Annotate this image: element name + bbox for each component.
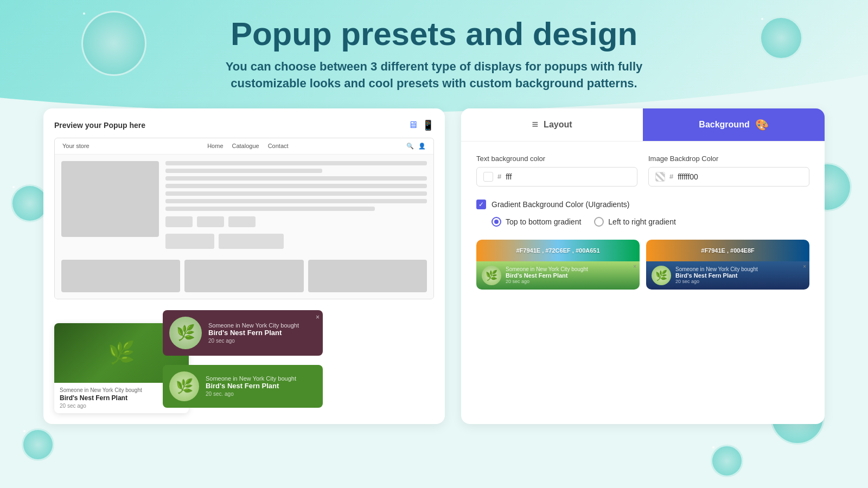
popup-green-text: Someone in New York City bought Bird's N… — [206, 375, 296, 397]
tab-layout[interactable]: ≡ Layout — [461, 108, 643, 141]
popup-green-product: Bird's Nest Fern Plant — [206, 382, 296, 390]
radio-top-bottom-btn[interactable] — [492, 217, 501, 227]
popup-dark-time: 20 sec ago — [208, 338, 299, 344]
preset-card-2[interactable]: #F7941E , #004E8F 🌿 Someone in New York … — [646, 240, 809, 290]
preset-1-close[interactable]: × — [633, 264, 636, 269]
radio-top-bottom[interactable]: Top to bottom gradient — [492, 217, 581, 227]
mock-grid-item-3 — [308, 260, 427, 292]
text-bg-color-swatch — [483, 172, 493, 182]
image-backdrop-value: ffffff00 — [678, 172, 698, 181]
mobile-icon[interactable]: 📱 — [422, 119, 434, 131]
mock-line-2 — [165, 169, 322, 173]
preset-1-gradient-label: #F7941E , #72C6EF , #00A651 — [516, 247, 599, 254]
preset-2-text: Someone in New York City bought Bird's N… — [675, 266, 758, 284]
tab-bar: ≡ Layout Background 🎨 — [461, 108, 825, 142]
preset-1-time: 20 sec ago — [506, 279, 588, 284]
nav-home: Home — [207, 143, 223, 149]
header: Popup presets and design You can choose … — [43, 16, 825, 92]
settings-content: Text background color # fff Image Backdr… — [461, 142, 825, 303]
radio-top-bottom-label: Top to bottom gradient — [506, 217, 581, 226]
mock-btn-3 — [228, 216, 256, 227]
preview-header: Preview your Popup here 🖥 📱 — [54, 119, 434, 131]
preset-2-product: Bird's Nest Fern Plant — [675, 272, 758, 279]
popup-green-time: 20 sec. ago — [206, 391, 296, 397]
preview-panel: Preview your Popup here 🖥 📱 Your store H… — [43, 108, 445, 424]
gradient-checkbox[interactable]: ✓ — [476, 200, 486, 209]
preview-icons: 🖥 📱 — [408, 119, 434, 131]
image-backdrop-input[interactable]: # ffffff00 — [648, 167, 809, 187]
tab-background-label: Background — [699, 120, 749, 130]
radio-left-right[interactable]: Left to right gradient — [594, 217, 676, 227]
preset-2-close[interactable]: × — [803, 264, 806, 269]
mock-action-1 — [165, 234, 214, 249]
text-bg-color-field: Text background color # fff — [476, 155, 637, 187]
popup-green-bought: Someone in New York City bought — [206, 375, 296, 382]
popup-dark-close[interactable]: × — [316, 313, 320, 321]
mock-line-5 — [165, 191, 427, 196]
panels-row: Preview your Popup here 🖥 📱 Your store H… — [43, 108, 825, 424]
mock-line-1 — [165, 161, 427, 165]
yarn-decoration-bl — [22, 428, 54, 461]
mock-line-3 — [165, 176, 427, 181]
popup-green-image: 🌿 — [169, 371, 199, 401]
preset-2-gradient-label: #F7941E , #004E8F — [701, 247, 754, 254]
preset-2-time: 20 sec ago — [675, 279, 758, 284]
mock-store-label: Your store — [62, 143, 90, 149]
gradient-checkbox-row: ✓ Gradient Background Color (UIgradients… — [476, 200, 809, 209]
popup-dark-bought: Someone in New York City bought — [208, 322, 299, 329]
text-bg-color-input[interactable]: # fff — [476, 167, 637, 187]
preset-1-bought: Someone in New York City bought — [506, 266, 588, 272]
mock-nav-icons: 🔍 👤 — [406, 143, 426, 150]
mock-line-7 — [165, 207, 375, 211]
layout-icon: ≡ — [532, 118, 538, 131]
plant-icon: 🌿 — [108, 340, 135, 365]
mock-nav: Your store Home Catalogue Contact 🔍 👤 — [55, 138, 433, 155]
mock-action-2 — [219, 234, 284, 249]
preset-1-text: Someone in New York City bought Bird's N… — [506, 266, 588, 284]
popup-green: 🌿 Someone in New York City bought Bird's… — [163, 365, 323, 408]
preset-2-img: 🌿 — [652, 266, 671, 285]
preset-1-preview: 🌿 Someone in New York City bought Bird's… — [476, 261, 640, 290]
popup-dark-text: Someone in New York City bought Bird's N… — [208, 322, 299, 344]
settings-panel: ≡ Layout Background 🎨 Text background co… — [461, 108, 825, 424]
preset-card-1[interactable]: #F7941E , #72C6EF , #00A651 🌿 Someone in… — [476, 240, 640, 290]
color-row: Text background color # fff Image Backdr… — [476, 155, 809, 187]
popup-area: 🌿 Someone in New York City bought Bird's… — [54, 305, 434, 413]
palette-icon: 🎨 — [755, 118, 769, 131]
text-bg-hash: # — [497, 172, 501, 181]
mock-content — [55, 155, 433, 255]
mock-btn-2 — [197, 216, 224, 227]
image-backdrop-label: Image Backdrop Color — [648, 155, 809, 163]
preset-1-product: Bird's Nest Fern Plant — [506, 272, 588, 279]
preview-title: Preview your Popup here — [54, 121, 145, 130]
mock-grid-item-2 — [184, 260, 303, 292]
gradient-checkbox-label: Gradient Background Color (UIgradients) — [492, 200, 629, 209]
desktop-icon[interactable]: 🖥 — [408, 119, 418, 131]
mock-text-lines — [165, 161, 427, 249]
radio-row: Top to bottom gradient Left to right gra… — [492, 217, 809, 227]
page-subtitle: You can choose between 3 different type … — [190, 59, 678, 92]
nav-contact: Contact — [268, 143, 289, 149]
radio-left-right-btn[interactable] — [594, 217, 604, 227]
mock-hero-image — [61, 161, 159, 237]
popup-dark: 🌿 Someone in New York City bought Bird's… — [163, 310, 323, 356]
mock-browser: Your store Home Catalogue Contact 🔍 👤 — [54, 138, 434, 299]
page-title: Popup presets and design — [43, 16, 825, 52]
image-backdrop-hash: # — [669, 172, 673, 181]
mock-nav-links: Home Catalogue Contact — [100, 143, 395, 149]
mock-grid-item-1 — [61, 260, 180, 292]
preset-2-bought: Someone in New York City bought — [675, 266, 758, 272]
tab-layout-label: Layout — [544, 120, 572, 130]
text-bg-color-value: fff — [506, 172, 512, 181]
mock-btn-1 — [165, 216, 193, 227]
tab-background[interactable]: Background 🎨 — [643, 108, 825, 141]
mock-line-6 — [165, 199, 427, 203]
search-icon[interactable]: 🔍 — [406, 143, 414, 150]
preset-1-img: 🌿 — [482, 266, 501, 285]
user-icon[interactable]: 👤 — [418, 143, 426, 150]
preset-2-preview: 🌿 Someone in New York City bought Bird's… — [646, 261, 809, 290]
preset-1-gradient-bar: #F7941E , #72C6EF , #00A651 — [476, 240, 640, 261]
presets-grid: #F7941E , #72C6EF , #00A651 🌿 Someone in… — [476, 240, 809, 290]
mock-grid — [55, 255, 433, 299]
page-content: Popup presets and design You can choose … — [0, 0, 868, 424]
